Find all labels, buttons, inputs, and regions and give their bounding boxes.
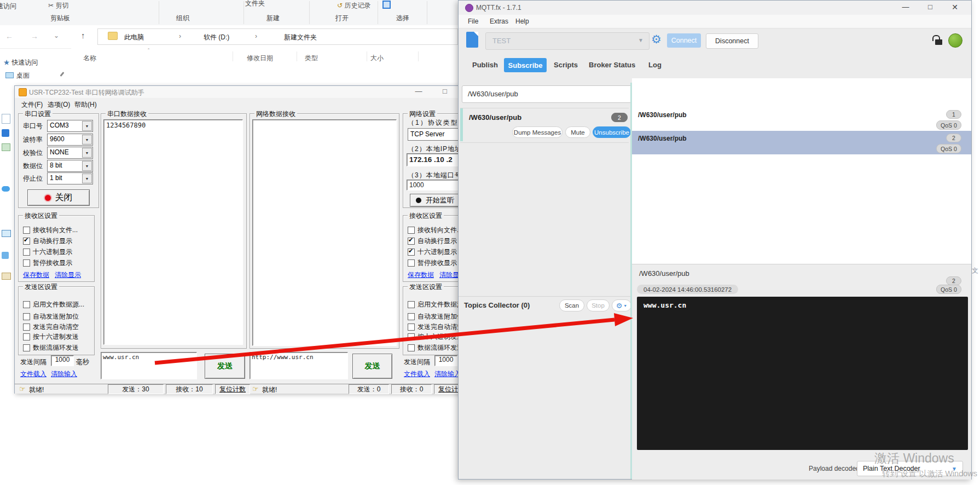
dropdown-arrow-icon[interactable]: ▼ <box>82 161 92 171</box>
clear-input-link[interactable]: 清除输入 <box>51 369 77 379</box>
menu-help[interactable]: Help <box>515 18 529 25</box>
breadcrumb[interactable]: 此电脑 › 软件 (D:) › 新建文件夹 <box>97 28 458 45</box>
checkbox-loop-send[interactable]: 数据流循环发送 <box>23 343 79 353</box>
message-row-selected[interactable]: /W630/user/pub 2 QoS 0 <box>632 131 971 154</box>
close-serial-button[interactable]: 关闭 <box>27 189 90 206</box>
checkbox-icon[interactable] <box>23 227 30 234</box>
checkbox-icon[interactable] <box>408 324 415 331</box>
checkbox-send-hex[interactable]: 按十六进制发送 <box>23 332 79 342</box>
network-icon[interactable] <box>2 273 11 280</box>
checkbox-icon[interactable] <box>23 259 30 267</box>
usr-maximize-button[interactable]: □ <box>440 87 449 95</box>
checkbox-recv-to-file[interactable]: 接收转向文件... <box>408 226 462 235</box>
save-data-link[interactable]: 保存数据 <box>23 270 49 280</box>
checkbox-icon[interactable] <box>23 249 30 256</box>
profile-select[interactable]: TEST ▼ <box>485 32 650 50</box>
unsubscribe-button[interactable]: Unsubscribe <box>593 126 631 138</box>
column-separator[interactable] <box>297 51 297 61</box>
column-header-size[interactable]: 大小 <box>370 54 384 63</box>
data-bits-select[interactable]: 8 bit▼ <box>47 160 93 172</box>
checkbox-clear-after-send[interactable]: 发送完自动清空 <box>23 322 79 332</box>
serial-port-select[interactable]: COM3▼ <box>47 120 93 132</box>
payload-viewer[interactable]: www.usr.cn <box>637 297 968 450</box>
checkbox-clear-after-send[interactable]: 发送完自动清空 <box>408 322 463 332</box>
connection-settings-gear-icon[interactable]: ⚙ <box>651 33 662 46</box>
menu-extras[interactable]: Extras <box>490 18 508 25</box>
tab-publish[interactable]: Publish <box>472 61 498 69</box>
checkbox-auto-newline[interactable]: 自动换行显示 <box>408 236 457 246</box>
subscription-item[interactable]: /W630/user/pub 2 Dump Messages Mute Unsu… <box>460 108 629 143</box>
stop-bits-select[interactable]: 1 bit▼ <box>47 172 93 184</box>
tab-scripts[interactable]: Scripts <box>554 61 578 69</box>
usr-title-bar[interactable]: USR-TCP232-Test 串口转网络调试助手 — □ <box>15 86 485 98</box>
menu-file[interactable]: 文件(F) <box>21 100 43 109</box>
back-icon[interactable]: ← <box>5 32 13 41</box>
tab-log[interactable]: Log <box>648 61 662 69</box>
checkbox-hex-display[interactable]: 十六进制显示 <box>408 247 457 257</box>
checkbox-hex-display[interactable]: 十六进制显示 <box>23 247 72 257</box>
checkbox-send-hex[interactable]: 按十六进制发送 <box>408 332 463 342</box>
checkbox-icon[interactable] <box>23 238 30 245</box>
pictures-icon[interactable] <box>2 143 10 151</box>
column-header-name[interactable]: 名称 <box>83 54 96 63</box>
load-file-link[interactable]: 文件载入 <box>404 369 430 379</box>
breadcrumb-drive-d[interactable]: 软件 (D:) <box>204 33 229 42</box>
parity-select[interactable]: NONE▼ <box>47 147 93 159</box>
menu-file[interactable]: File <box>468 18 478 25</box>
column-separator[interactable] <box>367 51 367 61</box>
tab-broker-status[interactable]: Broker Status <box>589 61 635 69</box>
subscribe-topic-combo[interactable]: /W630/user/pub ▼ <box>462 85 657 103</box>
checkbox-icon[interactable] <box>408 227 415 234</box>
checkbox-pause-recv[interactable]: 暂停接收显示 <box>408 258 457 268</box>
clear-input-link[interactable]: 清除输入 <box>434 369 461 379</box>
checkbox-icon[interactable] <box>23 313 30 320</box>
checkbox-icon[interactable] <box>408 344 415 351</box>
checkbox-auto-append[interactable]: 自动发送附加位 <box>23 312 79 321</box>
column-header-type[interactable]: 类型 <box>305 54 318 63</box>
new-profile-icon[interactable] <box>466 32 478 48</box>
new-folder-button[interactable]: 文件夹 <box>245 0 265 8</box>
this-pc-icon[interactable] <box>2 230 11 237</box>
up-icon[interactable]: ↑ <box>81 31 85 40</box>
history-button[interactable]: ↺ 历史记录 <box>337 1 370 10</box>
onedrive-cloud-icon[interactable] <box>2 186 10 192</box>
mute-button[interactable]: Mute <box>565 126 590 138</box>
send-interval-input[interactable]: 1000 <box>51 355 74 366</box>
breadcrumb-this-pc[interactable]: 此电脑 <box>124 33 144 42</box>
net-send-input[interactable]: http://www.usr.cn <box>250 352 348 379</box>
send-interval-input[interactable]: 1000 <box>434 355 457 366</box>
decoder-select[interactable]: Plain Text Decoder ▼ <box>857 461 963 476</box>
checkbox-icon[interactable] <box>408 259 415 267</box>
clear-display-link[interactable]: 清除显示 <box>55 270 81 280</box>
disconnect-button[interactable]: Disconnect <box>706 33 758 49</box>
sidebar-item-desktop[interactable]: 桌面 <box>5 71 30 80</box>
checkbox-icon[interactable] <box>408 333 415 340</box>
cut-button[interactable]: ✂ 剪切 <box>48 1 68 10</box>
checkbox-icon[interactable] <box>408 301 415 308</box>
select-all-icon[interactable] <box>382 1 391 9</box>
dropdown-arrow-icon[interactable]: ▼ <box>82 174 92 183</box>
checkbox-icon[interactable] <box>23 324 30 331</box>
checkbox-icon[interactable] <box>23 344 30 351</box>
serial-recv-textarea[interactable]: 1234567890 <box>103 119 243 345</box>
dump-messages-button[interactable]: Dump Messages <box>512 126 563 138</box>
breadcrumb-new-folder[interactable]: 新建文件夹 <box>284 33 317 42</box>
connect-button[interactable]: Connect <box>667 33 701 48</box>
serial-send-input[interactable]: www.usr.cn <box>101 352 197 379</box>
usr-minimize-button[interactable]: — <box>414 87 423 95</box>
net-recv-textarea[interactable] <box>252 119 397 346</box>
serial-reset-count-button[interactable]: 复位计数 <box>215 384 250 394</box>
menu-help[interactable]: 帮助(H) <box>74 100 97 109</box>
mqtt-title-bar[interactable]: MQTT.fx - 1.7.1 — □ ✕ <box>459 1 971 15</box>
collector-gear-button[interactable]: ⚙▼ <box>612 299 631 311</box>
tab-subscribe[interactable]: Subscribe <box>504 58 547 72</box>
checkbox-icon[interactable] <box>23 301 30 308</box>
mqtt-close-button[interactable]: ✕ <box>946 3 964 11</box>
load-file-link[interactable]: 文件载入 <box>20 369 47 379</box>
checkbox-icon[interactable] <box>408 238 415 245</box>
save-data-link[interactable]: 保存数据 <box>408 270 434 280</box>
dropdown-arrow-icon[interactable]: ▼ <box>82 135 92 145</box>
checkbox-file-source[interactable]: 启用文件数据源... <box>23 300 84 309</box>
checkbox-icon[interactable] <box>408 249 415 256</box>
checkbox-loop-send[interactable]: 数据流循环发送 <box>408 343 463 353</box>
